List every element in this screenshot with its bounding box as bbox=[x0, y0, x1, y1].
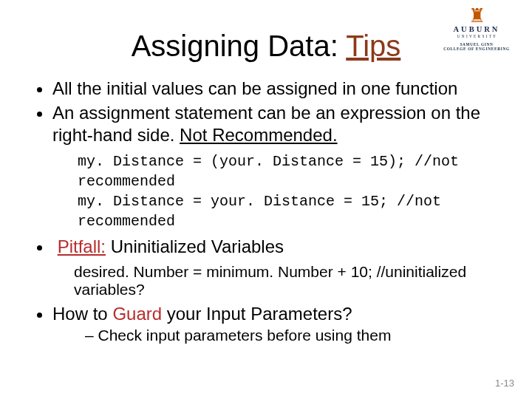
pitfall-text: Uninitialized Variables bbox=[106, 236, 284, 256]
logo-tagline: U N I V E R S I T Y bbox=[436, 34, 517, 38]
university-logo: ♜ AUBURN U N I V E R S I T Y SAMUEL GINN… bbox=[436, 7, 517, 51]
pitfall-label: Pitfall: bbox=[58, 236, 106, 256]
logo-college-line2: COLLEGE OF ENGINEERING bbox=[436, 47, 517, 51]
code-line-2: my. Distance = your. Distance = 15; //no… bbox=[78, 191, 499, 231]
title-plain: Assigning Data: bbox=[132, 30, 347, 62]
bullet-1: All the initial values can be assigned i… bbox=[52, 78, 499, 99]
guard-sublist: Check input parameters before using them bbox=[52, 326, 499, 345]
pitfall-example: desired. Number = minimum. Number + 10; … bbox=[74, 263, 499, 299]
logo-university-name: AUBURN bbox=[436, 25, 517, 33]
logo-tower-icon: ♜ bbox=[436, 7, 517, 24]
slide-title: Assigning Data: Tips bbox=[33, 30, 499, 63]
guard-prefix: How to bbox=[52, 304, 112, 324]
bullet-pitfall: Pitfall: Uninitialized Variables bbox=[52, 236, 499, 257]
page-number: 1-13 bbox=[495, 378, 514, 389]
title-accent: Tips bbox=[346, 30, 400, 62]
bullet-list-guard: How to Guard your Input Parameters? Chec… bbox=[33, 303, 499, 345]
slide: ♜ AUBURN U N I V E R S I T Y SAMUEL GINN… bbox=[0, 0, 532, 399]
guard-word: Guard bbox=[112, 304, 162, 324]
bullet-list-main: All the initial values can be assigned i… bbox=[33, 78, 499, 146]
bullet-2-emph: Not Recommended. bbox=[180, 125, 337, 145]
bullet-list-pitfall: Pitfall: Uninitialized Variables bbox=[33, 236, 499, 257]
code-line-1: my. Distance = (your. Distance = 15); //… bbox=[78, 151, 499, 191]
guard-suffix: your Input Parameters? bbox=[162, 304, 352, 324]
bullet-2: An assignment statement can be an expres… bbox=[52, 102, 499, 146]
bullet-guard: How to Guard your Input Parameters? Chec… bbox=[52, 303, 499, 345]
guard-sub-item: Check input parameters before using them bbox=[85, 326, 499, 345]
code-block-1: my. Distance = (your. Distance = 15); //… bbox=[78, 151, 499, 231]
